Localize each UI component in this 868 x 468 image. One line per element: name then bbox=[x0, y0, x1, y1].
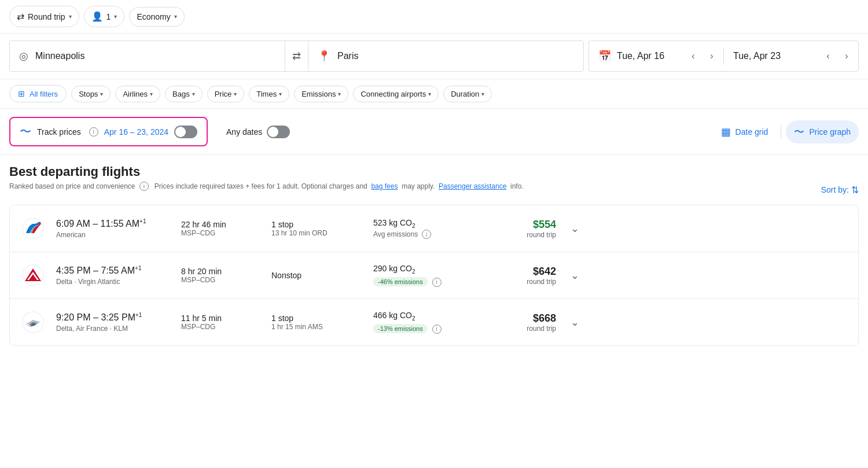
flight-card-1[interactable]: 6:09 AM – 11:55 AM+1 American 22 hr 46 m… bbox=[10, 205, 858, 252]
flight-day-offset-3: +1 bbox=[135, 312, 142, 318]
flight-emissions-1: 523 kg CO2 Avg emissions i bbox=[373, 218, 477, 239]
origin-text: Minneapolis bbox=[35, 51, 84, 61]
return-next-button[interactable]: › bbox=[837, 47, 856, 65]
emissions-chevron-icon: ▾ bbox=[338, 91, 341, 97]
duration-route-2: MSP–CDG bbox=[181, 276, 262, 284]
track-prices-slider bbox=[174, 126, 197, 138]
flight-emissions-3: 466 kg CO2 -13% emissions i bbox=[373, 311, 477, 333]
connecting-airports-chevron-icon: ▾ bbox=[428, 91, 431, 97]
emissions-text-1: 523 kg CO2 bbox=[373, 218, 477, 229]
price-filter-button[interactable]: Price ▾ bbox=[207, 86, 245, 102]
expand-button-2[interactable]: ⌄ bbox=[565, 266, 584, 285]
stops-detail-1: 13 hr 10 min ORD bbox=[271, 229, 364, 237]
price-graph-button[interactable]: 〜 Price graph bbox=[786, 120, 859, 143]
price-amount-3: $668 bbox=[487, 312, 556, 325]
duration-route-1: MSP–CDG bbox=[181, 229, 262, 237]
flight-card-2[interactable]: 4:35 PM – 7:55 AM+1 Delta · Virgin Atlan… bbox=[10, 252, 858, 299]
return-date-text: Tue, Apr 23 bbox=[733, 51, 781, 61]
flight-airline-2: Delta · Virgin Atlantic bbox=[56, 278, 172, 286]
emissions-info-icon-2[interactable]: i bbox=[432, 278, 442, 287]
bag-fees-link[interactable]: bag fees bbox=[371, 182, 398, 190]
main-content: Best departing flights Ranked based on p… bbox=[0, 155, 868, 346]
flight-times-3: 9:20 PM – 3:25 PM+1 Delta, Air France · … bbox=[56, 312, 172, 332]
origin-input[interactable]: ◎ Minneapolis bbox=[10, 41, 285, 71]
duration-text-3: 11 hr 5 min bbox=[181, 314, 262, 323]
connecting-airports-label: Connecting airports bbox=[361, 90, 426, 98]
flight-price-3: $668 round trip bbox=[487, 312, 556, 333]
destination-input[interactable]: 📍 Paris bbox=[308, 41, 583, 71]
trip-type-button[interactable]: ⇄ Round trip ▾ bbox=[9, 6, 79, 27]
track-prices-box: 〜 Track prices i Apr 16 – 23, 2024 bbox=[9, 117, 208, 146]
flight-stops-1: 1 stop 13 hr 10 min ORD bbox=[271, 220, 364, 237]
depart-date-button[interactable]: 📅 Tue, Apr 16 bbox=[589, 41, 682, 71]
search-bar: ◎ Minneapolis ⇄ 📍 Paris 📅 Tue, Apr 16 ‹ … bbox=[0, 34, 868, 79]
track-prices-row: 〜 Track prices i Apr 16 – 23, 2024 Any d… bbox=[0, 109, 868, 155]
date-grid-label: Date grid bbox=[735, 127, 768, 137]
duration-text-2: 8 hr 20 min bbox=[181, 267, 262, 276]
flight-card-3[interactable]: 9:20 PM – 3:25 PM+1 Delta, Air France · … bbox=[10, 299, 858, 345]
flight-time-range-2: 4:35 PM – 7:55 AM+1 bbox=[56, 265, 172, 276]
duration-route-3: MSP–CDG bbox=[181, 323, 262, 331]
passengers-button[interactable]: 👤 1 ▾ bbox=[84, 6, 125, 27]
emissions-filter-button[interactable]: Emissions ▾ bbox=[294, 86, 348, 102]
sort-by-button[interactable]: Sort by: ⇅ bbox=[821, 185, 859, 196]
times-chevron-icon: ▾ bbox=[279, 91, 282, 97]
bags-chevron-icon: ▾ bbox=[192, 91, 195, 97]
expand-button-1[interactable]: ⌄ bbox=[565, 219, 584, 238]
connecting-airports-filter-button[interactable]: Connecting airports ▾ bbox=[353, 86, 439, 102]
chevron-down-icon-1: ⌄ bbox=[571, 222, 579, 235]
duration-filter-button[interactable]: Duration ▾ bbox=[443, 86, 492, 102]
flight-airline-1: American bbox=[56, 231, 172, 239]
all-filters-button[interactable]: ⊞ All filters bbox=[9, 85, 67, 102]
price-amount-2: $642 bbox=[487, 266, 556, 278]
depart-date-nav: ‹ › bbox=[682, 47, 723, 65]
cabin-class-chevron: ▾ bbox=[174, 13, 177, 20]
depart-next-button[interactable]: › bbox=[703, 47, 721, 65]
return-prev-button[interactable]: ‹ bbox=[819, 47, 837, 65]
depart-date-text: Tue, Apr 16 bbox=[617, 51, 664, 61]
depart-prev-button[interactable]: ‹ bbox=[684, 47, 703, 65]
emissions-info-icon-1[interactable]: i bbox=[422, 230, 431, 239]
flight-price-2: $642 round trip bbox=[487, 266, 556, 286]
airline-logo-1 bbox=[19, 215, 47, 242]
emissions-badge-2: -46% emissions bbox=[373, 277, 428, 286]
stops-filter-button[interactable]: Stops ▾ bbox=[71, 86, 111, 102]
any-dates-toggle[interactable] bbox=[267, 126, 290, 138]
duration-filter-label: Duration bbox=[451, 90, 479, 98]
sort-icon: ⇅ bbox=[851, 185, 859, 196]
filters-icon: ⊞ bbox=[18, 89, 25, 98]
times-filter-button[interactable]: Times ▾ bbox=[249, 86, 289, 102]
subtitle-text: Ranked based on price and convenience i … bbox=[9, 182, 524, 191]
track-prices-label: Track prices bbox=[37, 127, 81, 137]
flight-day-offset-1: +1 bbox=[139, 218, 146, 224]
trip-type-icon: ⇄ bbox=[17, 11, 24, 22]
date-grid-button[interactable]: ▦ Date grid bbox=[713, 121, 777, 143]
any-dates-slider bbox=[267, 126, 290, 138]
swap-button[interactable]: ⇄ bbox=[285, 41, 308, 71]
flight-stops-3: 1 stop 1 hr 15 min AMS bbox=[271, 314, 364, 331]
airlines-filter-button[interactable]: Airlines ▾ bbox=[115, 86, 160, 102]
airline-logo-2 bbox=[19, 261, 47, 289]
bags-filter-button[interactable]: Bags ▾ bbox=[165, 86, 203, 102]
emissions-sub-1: Avg emissions i bbox=[373, 230, 477, 239]
stops-chevron-icon: ▾ bbox=[100, 91, 103, 97]
subtitle-info-icon[interactable]: i bbox=[139, 182, 149, 191]
price-amount-1: $554 bbox=[487, 219, 556, 231]
emissions-info-icon-3[interactable]: i bbox=[432, 325, 442, 334]
swap-icon: ⇄ bbox=[292, 50, 301, 62]
price-chevron-icon: ▾ bbox=[234, 91, 237, 97]
track-prices-toggle[interactable] bbox=[174, 126, 197, 138]
flight-time-range-1: 6:09 AM – 11:55 AM+1 bbox=[56, 218, 172, 229]
flight-emissions-2: 290 kg CO2 -46% emissions i bbox=[373, 264, 477, 286]
passenger-assistance-link[interactable]: Passenger assistance bbox=[439, 182, 506, 190]
return-date-nav: ‹ › bbox=[816, 47, 858, 65]
expand-button-3[interactable]: ⌄ bbox=[565, 313, 584, 331]
stops-detail-3: 1 hr 15 min AMS bbox=[271, 323, 364, 331]
cabin-class-button[interactable]: Economy ▾ bbox=[129, 7, 184, 27]
return-date-button[interactable]: Tue, Apr 23 bbox=[724, 41, 816, 71]
flight-duration-1: 22 hr 46 min MSP–CDG bbox=[181, 220, 262, 237]
date-grid-icon: ▦ bbox=[721, 126, 731, 138]
track-prices-info-icon[interactable]: i bbox=[89, 127, 98, 137]
stops-text-3: 1 stop bbox=[271, 314, 364, 323]
stops-text-1: 1 stop bbox=[271, 220, 364, 229]
